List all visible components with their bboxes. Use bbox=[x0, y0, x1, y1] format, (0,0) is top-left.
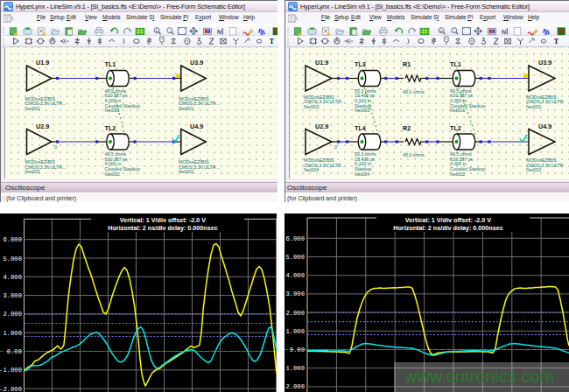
svg-text:6.000: 6.000 bbox=[3, 236, 22, 243]
svg-text:Vertical: 1 V/div offset: -2: Vertical: 1 V/div offset: -2.0 V bbox=[120, 216, 206, 224]
svg-text:6.000: 6.000 bbox=[285, 235, 305, 242]
svg-text:Horizontal: 2 ns/div delay: 0: Horizontal: 2 ns/div delay: 0.000nsec bbox=[393, 224, 502, 232]
svg-text:0.00: 0.00 bbox=[7, 348, 22, 355]
svg-text:1.000: 1.000 bbox=[285, 328, 305, 335]
svg-text:4.000: 4.000 bbox=[285, 272, 305, 279]
svg-text:3.000: 3.000 bbox=[285, 290, 305, 298]
svg-text:-1.000: -1.000 bbox=[282, 365, 305, 372]
svg-text:0.00: 0.00 bbox=[290, 346, 305, 354]
svg-text:4.000: 4.000 bbox=[3, 274, 22, 281]
svg-text:5.000: 5.000 bbox=[285, 254, 305, 261]
svg-text:-2.000: -2.000 bbox=[0, 386, 22, 392]
svg-text:-2.000: -2.000 bbox=[282, 383, 305, 390]
svg-text:-1.000: -1.000 bbox=[0, 367, 22, 374]
svg-text:Vertical: 1 V/div offset: -2: Vertical: 1 V/div offset: -2.0 V bbox=[405, 216, 491, 224]
svg-text:2.000: 2.000 bbox=[285, 310, 305, 317]
svg-text:5.000: 5.000 bbox=[3, 256, 22, 262]
svg-text:2.000: 2.000 bbox=[3, 311, 22, 318]
svg-text:Horizontal: 2 ns/div delay: 0: Horizontal: 2 ns/div delay: 0.000nsec bbox=[108, 224, 217, 232]
svg-text:3.000: 3.000 bbox=[3, 292, 22, 299]
svg-text:1.000: 1.000 bbox=[3, 330, 22, 337]
